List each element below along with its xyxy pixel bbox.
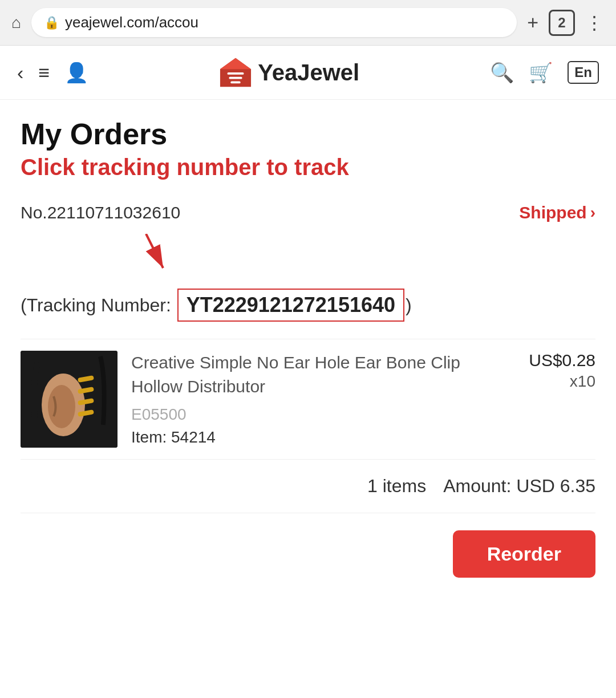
tracking-hint: Click tracking number to track (21, 155, 595, 180)
summary-amount: Amount: USD 6.35 (443, 476, 595, 497)
home-icon[interactable]: ⌂ (11, 14, 21, 32)
language-badge[interactable]: En (568, 61, 599, 84)
browser-chrome: ⌂ 🔒 yeajewel.com/accou + 2 ⋮ (0, 0, 616, 46)
item-label: Item: (131, 428, 167, 446)
add-tab-icon[interactable]: + (527, 11, 538, 34)
reorder-button[interactable]: Reorder (453, 530, 595, 578)
arrow-annotation (21, 234, 595, 279)
order-status[interactable]: Shipped › (519, 203, 595, 222)
svg-rect-2 (228, 72, 244, 75)
logo-text: YeaJewel (258, 60, 359, 86)
app-header: ‹ ≡ 👤 YeaJewel 🔍 🛒 En (0, 46, 616, 100)
tracking-number[interactable]: YT2229121272151640 (177, 289, 404, 322)
page-title: My Orders (21, 117, 595, 151)
logo-icon (219, 56, 252, 89)
product-row: Creative Simple No Ear Hole Ear Bone Cli… (21, 339, 595, 460)
reorder-row: Reorder (21, 513, 595, 595)
search-icon[interactable]: 🔍 (490, 61, 514, 84)
product-info: Creative Simple No Ear Hole Ear Bone Cli… (131, 351, 515, 447)
product-price: US$0.28 (529, 351, 595, 370)
menu-icon[interactable]: ≡ (38, 62, 50, 84)
svg-marker-1 (220, 58, 251, 69)
tracking-row: (Tracking Number: YT2229121272151640 ) (21, 289, 595, 322)
lock-icon: 🔒 (44, 15, 59, 30)
url-text: yeajewel.com/accou (65, 14, 198, 31)
logo[interactable]: YeaJewel (219, 56, 359, 89)
product-sku: E05500 (131, 405, 515, 424)
product-image[interactable] (21, 351, 117, 448)
order-meta-row: No.22110711032610 Shipped › (21, 197, 595, 228)
product-qty: x10 (529, 372, 595, 391)
tracking-suffix: ) (406, 295, 412, 316)
product-name[interactable]: Creative Simple No Ear Hole Ear Bone Cli… (131, 351, 515, 399)
order-summary-row: 1 items Amount: USD 6.35 (21, 460, 595, 513)
page-content: My Orders Click tracking number to track… (0, 100, 616, 612)
item-number: 54214 (171, 428, 216, 446)
header-right: 🔍 🛒 En (490, 61, 599, 84)
product-item: Item: 54214 (131, 428, 515, 447)
url-bar[interactable]: 🔒 yeajewel.com/accou (31, 8, 517, 37)
order-number: No.22110711032610 (21, 203, 180, 222)
product-price-col: US$0.28 x10 (529, 351, 595, 391)
chevron-right-icon: › (590, 204, 595, 222)
svg-rect-4 (231, 81, 241, 83)
svg-rect-3 (229, 77, 242, 79)
summary-items: 1 items (367, 476, 426, 497)
arrow-icon (135, 234, 203, 279)
back-icon[interactable]: ‹ (17, 62, 23, 84)
browser-menu-icon[interactable]: ⋮ (585, 12, 605, 34)
account-icon[interactable]: 👤 (64, 61, 88, 84)
tracking-prefix: (Tracking Number: (21, 295, 176, 316)
header-left: ‹ ≡ 👤 (17, 61, 88, 84)
order-status-text: Shipped (519, 203, 586, 222)
svg-point-8 (48, 385, 75, 428)
tab-count[interactable]: 2 (549, 10, 575, 36)
cart-icon[interactable]: 🛒 (529, 61, 553, 84)
